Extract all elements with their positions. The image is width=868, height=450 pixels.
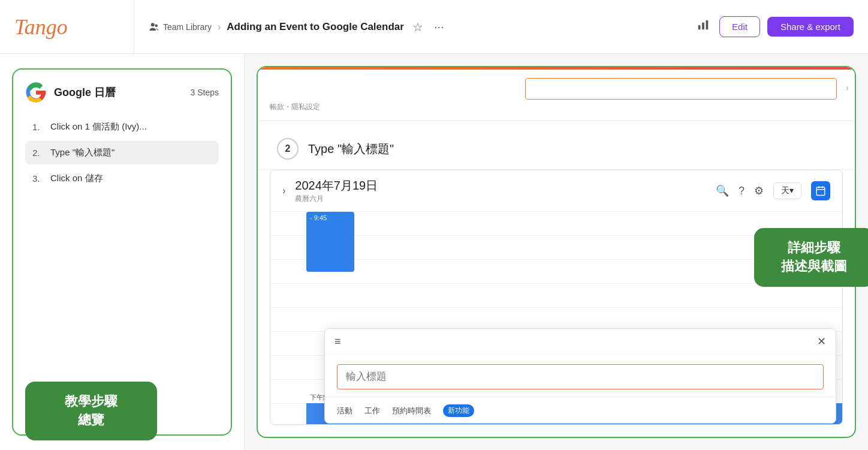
event-dialog: ≡ ✕ 活動 工作 預約時間表 新功能 <box>324 328 836 424</box>
sidebar-app-name: Google 日曆 <box>54 85 183 100</box>
step-num-1: 1. <box>32 122 44 132</box>
dialog-close-icon[interactable]: ✕ <box>817 335 826 348</box>
content-area: 帳款・隱私設定 › 2 Type "輸入標題" › 2024年 <box>245 54 868 450</box>
favorite-icon[interactable]: ☆ <box>410 17 426 37</box>
step-label-1: Click on 1 個活動 (Ivy)... <box>50 121 147 133</box>
svg-rect-3 <box>702 22 704 29</box>
step-num-3: 3. <box>32 173 44 184</box>
step-item-3[interactable]: 3. Click on 儲存 <box>25 167 219 190</box>
svg-rect-4 <box>706 20 709 30</box>
sidebar-header: Google 日曆 3 Steps <box>25 82 219 103</box>
dialog-tab-appointment[interactable]: 預約時間表 <box>392 406 431 416</box>
callout-overview-box: 教學步驟總覽 <box>25 382 157 440</box>
callout-detail-box: 詳細步驟描述與截圖 <box>754 228 868 287</box>
dialog-tab-event[interactable]: 活動 <box>337 406 352 416</box>
screenshot-input-highlight <box>525 78 837 100</box>
calendar-event-bar-top: - 9:45 <box>306 212 354 272</box>
steps-count-badge: 3 Steps <box>191 88 219 97</box>
step-number-circle: 2 <box>277 138 299 160</box>
progress-bar <box>258 67 855 70</box>
dialog-header: ≡ ✕ <box>325 329 836 355</box>
analytics-icon[interactable] <box>694 16 712 37</box>
calendar-header: › 2024年7月19日 農曆六月 🔍 ? ⚙ 天▾ <box>270 170 842 212</box>
search-icon[interactable]: 🔍 <box>716 184 729 197</box>
calendar-lunar: 農曆六月 <box>295 194 706 204</box>
svg-point-0 <box>151 23 155 26</box>
calendar-title-block: 2024年7月19日 農曆六月 <box>295 178 706 204</box>
step-num-2: 2. <box>32 148 44 158</box>
breadcrumb-separator: › <box>218 22 221 32</box>
help-icon[interactable]: ? <box>739 185 745 197</box>
step-title: Type "輸入標題" <box>308 141 394 157</box>
calendar-icons: 🔍 ? ⚙ 天▾ <box>716 181 830 200</box>
settings-icon[interactable]: ⚙ <box>754 184 764 197</box>
calendar-back-arrow[interactable]: › <box>282 185 285 196</box>
google-logo-icon <box>25 82 47 103</box>
callout-detail-text: 詳細步驟描述與截圖 <box>781 240 847 274</box>
document-title: Adding an Event to Google Calendar <box>227 21 404 33</box>
sidebar-steps-panel: Google 日曆 3 Steps 1. Click on 1 個活動 (Ivy… <box>12 68 232 436</box>
calendar-frame: › 2024年7月19日 農曆六月 🔍 ? ⚙ 天▾ <box>270 170 843 425</box>
step-title-row: 2 Type "輸入標題" <box>277 138 836 160</box>
step-item-2[interactable]: 2. Type "輸入標題" <box>25 141 219 164</box>
steps-list: 1. Click on 1 個活動 (Ivy)... 2. Type "輸入標題… <box>25 115 219 190</box>
chevron-right-icon: › <box>846 83 849 92</box>
more-options-icon[interactable]: ··· <box>432 17 447 36</box>
event-title-input[interactable] <box>337 364 824 389</box>
screenshot-top-preview: 帳款・隱私設定 › <box>258 67 855 121</box>
sidebar: Google 日曆 3 Steps 1. Click on 1 個活動 (Ivy… <box>0 54 245 450</box>
dialog-body <box>325 355 836 397</box>
dialog-tabs: 活動 工作 預約時間表 新功能 <box>325 397 836 423</box>
dialog-menu-icon[interactable]: ≡ <box>334 335 341 348</box>
event-time-label: - 9:45 <box>306 212 354 224</box>
step-label-3: Click on 儲存 <box>50 173 103 184</box>
calendar-date: 2024年7月19日 <box>295 178 706 194</box>
calendar-area: › 2024年7月19日 農曆六月 🔍 ? ⚙ 天▾ <box>258 170 855 437</box>
callout-overview-text: 教學步驟總覽 <box>65 394 117 427</box>
top-navigation: Tango Team Library › Adding an Event to … <box>0 0 868 54</box>
svg-point-1 <box>155 24 158 27</box>
logo-area: Tango <box>14 0 134 53</box>
edit-button[interactable]: Edit <box>719 16 760 37</box>
view-selector[interactable]: 天▾ <box>773 182 801 199</box>
step-title-section: 2 Type "輸入標題" <box>258 121 855 170</box>
svg-rect-5 <box>816 187 825 196</box>
breadcrumb: Team Library › Adding an Event to Google… <box>134 17 694 37</box>
new-feature-badge: 新功能 <box>443 404 474 417</box>
share-export-button[interactable]: Share & export <box>767 17 854 37</box>
privacy-label: 帳款・隱私設定 <box>270 102 320 112</box>
step-label-2: Type "輸入標題" <box>50 147 114 158</box>
app-logo: Tango <box>14 14 68 40</box>
team-library-label: Team Library <box>163 22 212 32</box>
main-content: Google 日曆 3 Steps 1. Click on 1 個活動 (Ivy… <box>0 54 868 450</box>
team-library-link[interactable]: Team Library <box>149 22 212 32</box>
dialog-tab-work[interactable]: 工作 <box>364 406 380 416</box>
nav-actions: Edit Share & export <box>694 16 854 37</box>
calendar-day-icon <box>811 181 830 200</box>
team-icon <box>149 22 159 32</box>
svg-rect-2 <box>698 25 701 29</box>
step-item-1[interactable]: 1. Click on 1 個活動 (Ivy)... <box>25 115 219 139</box>
